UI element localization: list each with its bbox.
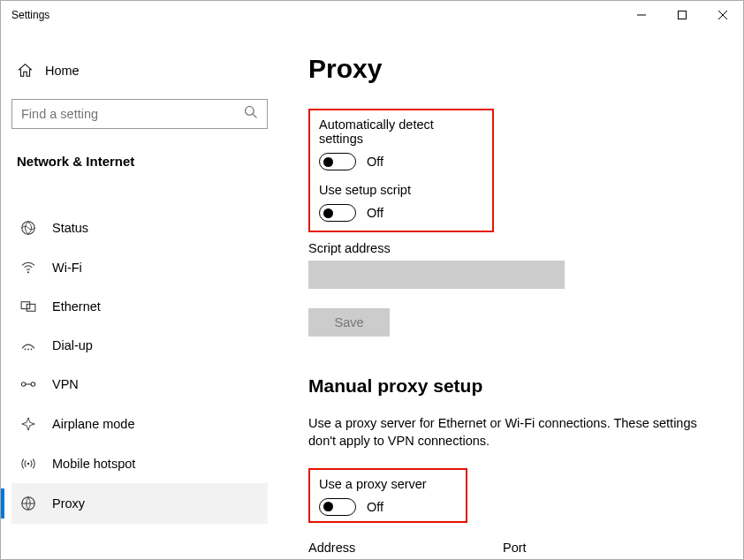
- settings-window: Settings Home: [0, 0, 744, 560]
- highlight-box-proxy: Use a proxy server Off: [308, 468, 467, 523]
- sidebar-item-label: Proxy: [52, 496, 85, 511]
- sidebar-item-label: Status: [52, 221, 88, 235]
- home-link[interactable]: Home: [11, 54, 268, 87]
- airplane-icon: [20, 416, 36, 432]
- setup-script-toggle[interactable]: [319, 204, 356, 222]
- home-icon: [17, 63, 33, 78]
- sidebar-item-label: Airplane mode: [52, 417, 135, 431]
- sidebar-item-label: Ethernet: [52, 299, 101, 314]
- manual-setup-heading: Manual proxy setup: [308, 375, 717, 397]
- sidebar-item-ethernet[interactable]: Ethernet: [11, 287, 268, 326]
- window-body: Home Network & Internet Status: [1, 29, 743, 559]
- minimize-button[interactable]: [621, 1, 662, 29]
- vpn-icon: [20, 378, 36, 390]
- sidebar: Home Network & Internet Status: [1, 29, 284, 559]
- content-pane: Proxy Automatically detect settings Off …: [284, 29, 743, 559]
- setup-script-label: Use setup script: [319, 183, 480, 197]
- port-label: Port: [503, 541, 577, 555]
- ethernet-icon: [20, 300, 36, 313]
- sidebar-item-hotspot[interactable]: Mobile hotspot: [11, 444, 268, 483]
- sidebar-item-label: Dial-up: [52, 338, 93, 352]
- hotspot-icon: [20, 457, 36, 471]
- window-controls: [621, 1, 743, 29]
- svg-point-13: [21, 382, 26, 387]
- script-address-label: Script address: [308, 241, 717, 255]
- use-proxy-state: Off: [367, 500, 383, 514]
- sidebar-nav: Status Wi-Fi Ethernet: [11, 208, 268, 524]
- script-address-input: [308, 261, 565, 289]
- sidebar-item-dialup[interactable]: Dial-up: [11, 326, 268, 365]
- highlight-box-auto: Automatically detect settings Off Use se…: [308, 109, 494, 232]
- setup-script-state: Off: [367, 206, 383, 220]
- sidebar-category: Network & Internet: [11, 154, 268, 169]
- auto-detect-toggle[interactable]: [319, 153, 356, 170]
- sidebar-item-label: Mobile hotspot: [52, 457, 135, 471]
- sidebar-item-status[interactable]: Status: [11, 208, 268, 248]
- sidebar-item-label: VPN: [52, 377, 79, 391]
- use-proxy-toggle[interactable]: [319, 498, 356, 516]
- svg-point-12: [31, 349, 33, 351]
- svg-point-4: [246, 107, 254, 116]
- auto-detect-label: Automatically detect settings: [319, 117, 480, 146]
- close-button[interactable]: [702, 1, 743, 29]
- svg-rect-1: [679, 11, 687, 19]
- status-icon: [20, 220, 36, 236]
- svg-rect-9: [27, 304, 35, 311]
- manual-setup-description: Use a proxy server for Ethernet or Wi-Fi…: [308, 414, 697, 450]
- dialup-icon: [20, 339, 36, 352]
- svg-point-14: [31, 382, 35, 387]
- address-label: Address: [308, 541, 455, 555]
- window-title: Settings: [11, 9, 49, 21]
- titlebar: Settings: [1, 1, 743, 29]
- use-proxy-label: Use a proxy server: [319, 477, 453, 491]
- search-box[interactable]: [11, 99, 268, 129]
- svg-point-11: [27, 349, 29, 351]
- svg-point-7: [27, 271, 29, 273]
- sidebar-item-airplane[interactable]: Airplane mode: [11, 404, 268, 444]
- sidebar-item-wifi[interactable]: Wi-Fi: [11, 248, 268, 287]
- svg-line-5: [253, 114, 256, 117]
- sidebar-item-proxy[interactable]: Proxy: [11, 483, 268, 524]
- save-button: Save: [308, 308, 390, 337]
- search-input[interactable]: [21, 107, 244, 121]
- page-title: Proxy: [308, 54, 717, 84]
- auto-detect-state: Off: [367, 155, 383, 169]
- wifi-icon: [20, 261, 36, 274]
- address-port-row: Address Port: [308, 534, 717, 559]
- sidebar-item-label: Wi-Fi: [52, 261, 82, 275]
- proxy-icon: [20, 496, 36, 511]
- maximize-button[interactable]: [662, 1, 702, 29]
- svg-point-16: [27, 463, 30, 465]
- search-icon: [244, 105, 258, 123]
- home-label: Home: [45, 64, 80, 78]
- svg-rect-8: [21, 302, 30, 309]
- svg-point-10: [25, 349, 27, 351]
- sidebar-item-vpn[interactable]: VPN: [11, 365, 268, 404]
